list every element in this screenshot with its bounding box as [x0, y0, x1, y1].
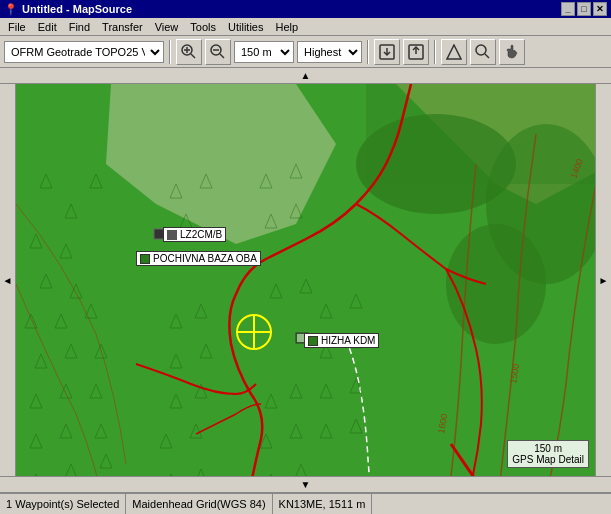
menu-edit[interactable]: Edit — [32, 19, 63, 35]
title-bar-controls[interactable]: _ □ ✕ — [561, 2, 607, 16]
app-icon: 📍 — [4, 3, 18, 16]
scroll-up-button[interactable]: ▲ — [0, 68, 611, 84]
waypoint-tool-button[interactable] — [441, 39, 467, 65]
svg-line-5 — [220, 54, 224, 58]
svg-line-1 — [191, 54, 195, 58]
menu-tools[interactable]: Tools — [184, 19, 222, 35]
crosshair — [236, 314, 272, 350]
scroll-right-button[interactable]: ► — [595, 84, 611, 476]
svg-point-19 — [446, 224, 546, 344]
quality-selector[interactable]: Highest High Medium — [297, 41, 362, 63]
find-button[interactable] — [470, 39, 496, 65]
svg-line-13 — [485, 54, 489, 58]
toolbar-separator-1 — [169, 40, 171, 64]
waypoints-text: 1 Waypoint(s) Selected — [6, 498, 119, 510]
menu-transfer[interactable]: Transfer — [96, 19, 149, 35]
window-title: Untitled - MapSource — [22, 3, 132, 15]
status-waypoints: 1 Waypoint(s) Selected — [0, 494, 126, 514]
hand-tool-button[interactable] — [499, 39, 525, 65]
zoom-out-button[interactable] — [205, 39, 231, 65]
send-to-device-button[interactable] — [374, 39, 400, 65]
title-bar: 📍 Untitled - MapSource _ □ ✕ — [0, 0, 611, 18]
label-hizha-text: HIZHA KDM — [321, 335, 375, 346]
status-bar: 1 Waypoint(s) Selected Maidenhead Grid(W… — [0, 492, 611, 514]
title-bar-left: 📍 Untitled - MapSource — [4, 3, 132, 16]
status-coords: KN13ME, 1511 m — [273, 494, 373, 514]
toolbar-separator-2 — [367, 40, 369, 64]
scroll-down-button[interactable]: ▼ — [0, 476, 611, 492]
scale-overlay: 150 m GPS Map Detail — [507, 440, 589, 468]
coords-text: KN13ME, 1511 m — [279, 498, 366, 510]
waypoint-icon — [167, 230, 177, 240]
poi-icon-2 — [308, 336, 318, 346]
map-middle: ◄ — [0, 84, 611, 476]
zoom-in-button[interactable] — [176, 39, 202, 65]
main-area: ▲ ◄ — [0, 68, 611, 492]
map-area[interactable]: 1400 1500 1600 — [16, 84, 595, 476]
toolbar: OFRM Geotrade TOPO25 V5.00ML 150 m 100 m… — [0, 36, 611, 68]
svg-point-12 — [476, 45, 486, 55]
menu-file[interactable]: File — [2, 19, 32, 35]
distance-selector[interactable]: 150 m 100 m 200 m — [234, 41, 294, 63]
status-grid: Maidenhead Grid(WGS 84) — [126, 494, 272, 514]
scale-value: 150 m — [512, 443, 584, 454]
menu-bar: File Edit Find Transfer View Tools Utili… — [0, 18, 611, 36]
map-container: ▲ ◄ — [0, 68, 611, 492]
maximize-button[interactable]: □ — [577, 2, 591, 16]
close-button[interactable]: ✕ — [593, 2, 607, 16]
receive-from-device-button[interactable] — [403, 39, 429, 65]
map-selector[interactable]: OFRM Geotrade TOPO25 V5.00ML — [4, 41, 164, 63]
label-lz2cmb-text: LZ2CM/B — [180, 229, 222, 240]
label-lz2cmb[interactable]: LZ2CM/B — [163, 227, 226, 242]
map-svg: 1400 1500 1600 — [16, 84, 595, 476]
menu-view[interactable]: View — [149, 19, 185, 35]
scale-label: GPS Map Detail — [512, 454, 584, 465]
label-pochivna[interactable]: POCHIVNA BAZA OBA — [136, 251, 261, 266]
menu-find[interactable]: Find — [63, 19, 96, 35]
svg-rect-20 — [366, 84, 595, 184]
label-hizha[interactable]: HIZHA KDM — [304, 333, 379, 348]
menu-help[interactable]: Help — [269, 19, 304, 35]
menu-utilities[interactable]: Utilities — [222, 19, 269, 35]
minimize-button[interactable]: _ — [561, 2, 575, 16]
poi-icon-1 — [140, 254, 150, 264]
label-pochivna-text: POCHIVNA BAZA OBA — [153, 253, 257, 264]
scroll-left-button[interactable]: ◄ — [0, 84, 16, 476]
grid-text: Maidenhead Grid(WGS 84) — [132, 498, 265, 510]
svg-marker-11 — [447, 45, 461, 59]
toolbar-separator-3 — [434, 40, 436, 64]
